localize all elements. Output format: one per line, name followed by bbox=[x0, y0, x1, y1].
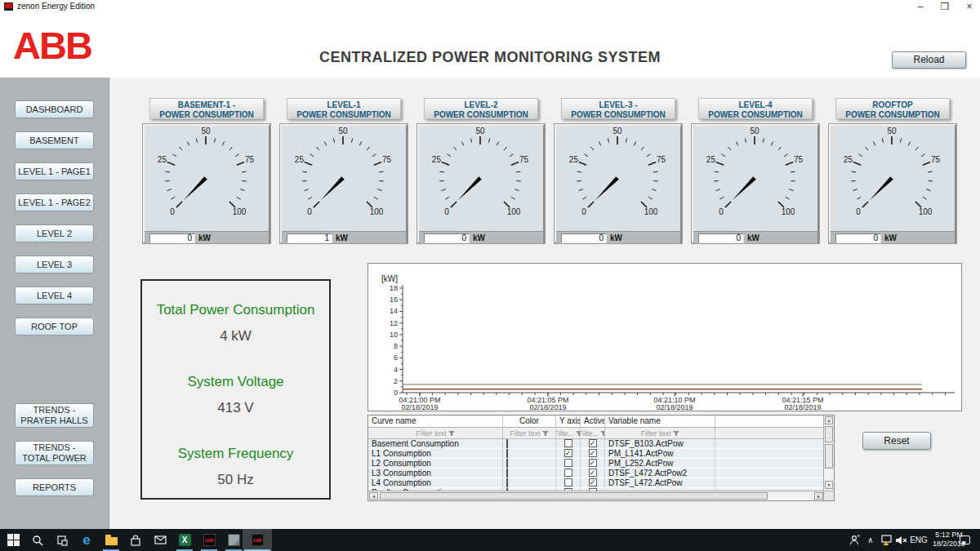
windows-logo-icon bbox=[7, 534, 20, 546]
filter-input-variable[interactable]: Filter text bbox=[605, 428, 715, 439]
gauge-value-strip: 0 kW bbox=[831, 231, 955, 244]
action-center-button[interactable] bbox=[956, 531, 973, 549]
task-view-button[interactable] bbox=[53, 531, 71, 549]
abb-app-1-button[interactable]: ABB bbox=[200, 531, 218, 549]
y-tick: 0 bbox=[394, 389, 398, 397]
svg-text:25: 25 bbox=[844, 155, 853, 164]
title-bar: zenon Energy Edition – ❒ × bbox=[0, 0, 980, 13]
app-thumbnail-button[interactable] bbox=[225, 531, 243, 549]
col-header-color[interactable]: Color bbox=[503, 415, 556, 428]
gauge-needle bbox=[321, 176, 345, 200]
scrollbar-grip[interactable]: ⋯⋯ bbox=[825, 426, 833, 442]
gauge-block-3: LEVEL-3 - POWER CONSUMPTION 0255075100 0… bbox=[555, 98, 682, 243]
sidebar-item-7[interactable]: ROOF TOP bbox=[15, 318, 94, 335]
total-power-value: 4 kW bbox=[142, 328, 329, 344]
curve-table-row-3[interactable]: L3 Consumption ✓ DTSF_L472.ActPow2 bbox=[368, 469, 834, 478]
language-indicator[interactable]: ENG bbox=[908, 531, 929, 549]
col-header-active[interactable]: Active bbox=[581, 415, 605, 428]
search-button[interactable] bbox=[29, 531, 47, 549]
svg-text:0: 0 bbox=[307, 207, 312, 216]
reload-button[interactable]: Reload bbox=[892, 51, 966, 69]
sidebar-item-8[interactable]: TRENDS - PRAYER HALLS bbox=[15, 403, 94, 428]
sidebar-item-10[interactable]: REPORTS bbox=[15, 478, 94, 496]
sidebar-item-0[interactable]: DASHBOARD bbox=[15, 100, 94, 118]
filter-input-y-axis[interactable]: Filte... bbox=[556, 428, 581, 439]
color-swatch bbox=[506, 439, 508, 449]
scroll-down-arrow[interactable]: ▼ bbox=[825, 481, 833, 489]
svg-text:50: 50 bbox=[338, 127, 348, 136]
active-checkbox[interactable]: ✓ bbox=[589, 439, 597, 447]
y-axis-checkbox[interactable] bbox=[564, 478, 572, 487]
curve-table-row-4[interactable]: L4 Consumption ✓ DTSF_L472.ActPow bbox=[368, 478, 834, 488]
col-header-curve-name[interactable]: Curve name bbox=[368, 415, 503, 428]
action-center-icon bbox=[960, 535, 970, 544]
sidebar-item-9[interactable]: TRENDS - TOTAL POWER bbox=[15, 441, 94, 465]
filter-input-color[interactable]: Filter text bbox=[503, 428, 556, 439]
start-button[interactable] bbox=[4, 531, 22, 549]
mail-button[interactable] bbox=[151, 531, 169, 549]
scroll-right-arrow[interactable]: ► bbox=[814, 492, 823, 500]
table-filter-row: Filter text Filter text Filte... Filte..… bbox=[368, 428, 834, 439]
abb-app-2-button-active[interactable]: ABB bbox=[248, 531, 266, 549]
volume-button[interactable] bbox=[893, 531, 908, 549]
active-checkbox[interactable]: ✓ bbox=[589, 469, 597, 477]
excel-button[interactable]: X bbox=[176, 531, 194, 549]
scroll-left-arrow[interactable]: ◄ bbox=[369, 492, 378, 500]
edge-icon: e bbox=[82, 533, 90, 547]
gauge-block-2: LEVEL-2 POWER CONSUMPTION 0255075100 0 k… bbox=[417, 98, 545, 243]
file-explorer-button[interactable] bbox=[102, 531, 120, 549]
filter-input-active[interactable]: Filte... bbox=[581, 428, 605, 439]
sidebar-item-3[interactable]: LEVEL 1 - PAGE2 bbox=[15, 193, 94, 211]
h-scrollbar-thumb[interactable] bbox=[380, 492, 768, 500]
horizontal-scrollbar[interactable]: ◄ ► bbox=[368, 491, 824, 500]
gauge-unit-label: kW bbox=[336, 233, 348, 242]
people-button[interactable]: ᴿ bbox=[848, 531, 862, 549]
active-checkbox[interactable]: ✓ bbox=[589, 449, 597, 457]
edge-button[interactable]: e bbox=[78, 531, 96, 549]
reset-button[interactable]: Reset bbox=[862, 432, 931, 450]
filter-funnel-icon[interactable] bbox=[448, 430, 455, 437]
svg-text:75: 75 bbox=[245, 155, 255, 164]
sidebar-item-1[interactable]: BASEMENT bbox=[15, 131, 94, 149]
store-button[interactable] bbox=[127, 531, 145, 549]
curve-table-row-0[interactable]: Basement Consumption ✓ DTSF_B103.ActPow bbox=[368, 439, 834, 449]
col-header-variable-name[interactable]: Variable name bbox=[605, 415, 715, 428]
gauge-panel-4: 0255075100 0 kW bbox=[692, 124, 819, 243]
curve-color-cell bbox=[503, 459, 556, 469]
filter-funnel-icon[interactable] bbox=[542, 430, 549, 437]
y-tick: 18 bbox=[390, 284, 398, 292]
sidebar-item-2[interactable]: LEVEL 1 - PAGE1 bbox=[15, 162, 94, 180]
svg-text:75: 75 bbox=[657, 155, 666, 164]
variable-name-cell: DTSF_L472.ActPow2 bbox=[605, 469, 715, 478]
gauge-title-4: LEVEL-4 POWER CONSUMPTION bbox=[698, 98, 813, 119]
active-checkbox[interactable]: ✓ bbox=[589, 459, 597, 467]
tray-overflow-chevron[interactable]: ∧ bbox=[864, 531, 877, 549]
sidebar-item-4[interactable]: LEVEL 2 bbox=[15, 224, 94, 242]
scrollbar-thumb[interactable] bbox=[825, 444, 833, 469]
col-header-y-axis[interactable]: Y axis bbox=[556, 415, 581, 428]
y-axis-checkbox[interactable] bbox=[564, 469, 572, 477]
active-checkbox[interactable]: ✓ bbox=[589, 478, 597, 487]
vertical-scrollbar[interactable]: ▲ ⋯⋯ ▼ bbox=[823, 415, 834, 491]
filter-funnel-icon[interactable] bbox=[673, 430, 679, 437]
restore-button[interactable]: ❒ bbox=[939, 1, 951, 12]
search-icon bbox=[32, 535, 43, 546]
sidebar: DASHBOARD BASEMENT LEVEL 1 - PAGE1 LEVEL… bbox=[0, 78, 109, 529]
sidebar-item-6[interactable]: LEVEL 4 bbox=[15, 287, 94, 304]
minimize-button[interactable]: – bbox=[915, 1, 926, 12]
gauges-row: BASEMENT-1 - POWER CONSUMPTION 025507510… bbox=[143, 98, 956, 243]
y-tick: 6 bbox=[394, 353, 398, 362]
close-button[interactable]: × bbox=[964, 1, 975, 12]
curve-table-row-2[interactable]: L2 Consumption ✓ PM_L252.ActPow bbox=[368, 459, 834, 469]
curve-table-row-1[interactable]: L1 Consumption ✓ ✓ PM_L141.ActPow bbox=[368, 449, 834, 459]
y-axis-checkbox[interactable]: ✓ bbox=[564, 449, 572, 457]
network-button[interactable]: ! bbox=[879, 531, 893, 549]
zenon-window: zenon Energy Edition – ❒ × ABB CENTRALIZ… bbox=[0, 0, 980, 551]
scroll-up-arrow[interactable]: ▲ bbox=[825, 416, 833, 424]
y-axis-checkbox[interactable] bbox=[564, 459, 572, 467]
y-axis-checkbox[interactable] bbox=[564, 439, 572, 447]
gauge-needle bbox=[595, 176, 619, 200]
filter-input-curve[interactable]: Filter text bbox=[368, 428, 503, 439]
sidebar-item-5[interactable]: LEVEL 3 bbox=[15, 256, 94, 273]
svg-text:25: 25 bbox=[432, 155, 442, 164]
